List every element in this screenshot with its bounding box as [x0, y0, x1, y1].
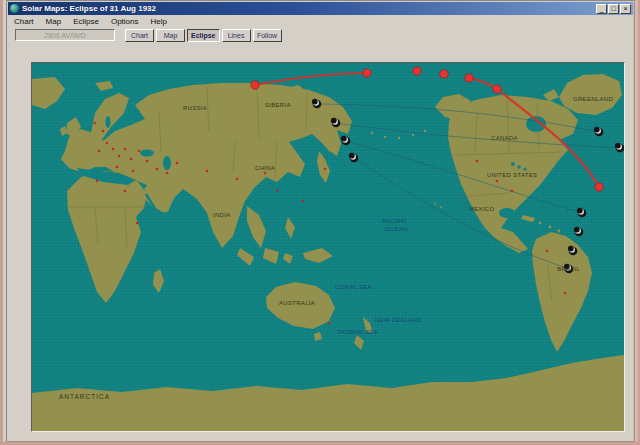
map-label: CORAL SEA	[335, 284, 372, 290]
map-label: PACIFIC	[382, 218, 408, 224]
city-dot	[146, 160, 149, 163]
city-dot	[511, 190, 514, 193]
city-dot	[328, 322, 331, 325]
eclipse-point	[363, 69, 371, 77]
city-dot	[96, 180, 99, 183]
map-label: BRAZIL	[557, 266, 580, 272]
city-dot	[324, 168, 327, 171]
maximize-button[interactable]: □	[608, 4, 619, 14]
toolbar-buttons: Chart Map Eclipse Lines Follow	[125, 29, 284, 42]
map-canvas: GREENLANDCANADAUNITED STATESMEXICOBRAZIL…	[32, 63, 624, 431]
city-dot	[136, 222, 139, 225]
map-label: UNITED STATES	[487, 172, 537, 178]
city-dot	[98, 150, 101, 153]
map-label: SIBERIA	[265, 102, 291, 108]
map-label: CHINA	[255, 165, 275, 171]
menu-help[interactable]: Help	[145, 17, 173, 26]
eclipse-point	[493, 85, 501, 93]
window-title: Solar Maps: Eclipse of 31 Aug 1932	[22, 4, 595, 13]
map-label: RUSSIA	[183, 105, 207, 111]
city-dot	[112, 148, 115, 151]
app-icon	[10, 4, 19, 13]
menu-eclipse[interactable]: Eclipse	[67, 17, 105, 26]
city-dot	[276, 190, 279, 193]
city-dot	[302, 200, 305, 203]
menu-map[interactable]: Map	[40, 17, 68, 26]
map-label: TASMAN SEA	[337, 329, 378, 335]
city-dot	[476, 160, 479, 163]
city-dot	[564, 292, 567, 295]
map-label: NEW ZEALAND	[375, 317, 422, 323]
map-label: INDIA	[213, 212, 231, 218]
city-dot	[156, 168, 159, 171]
city-dot	[116, 166, 119, 169]
map-label: MEXICO	[469, 206, 495, 212]
map-label: OCEAN	[385, 226, 408, 232]
city-dot	[102, 130, 105, 133]
toolbar-button-follow[interactable]: Follow	[253, 29, 282, 42]
minimize-button[interactable]: _	[596, 4, 607, 14]
world-map[interactable]: GREENLANDCANADAUNITED STATESMEXICOBRAZIL…	[31, 62, 625, 432]
city-dot	[206, 170, 209, 173]
city-dot	[124, 148, 127, 151]
toolbar-button-map[interactable]: Map	[156, 29, 185, 42]
toolbar-button-chart[interactable]: Chart	[125, 29, 154, 42]
menu-options[interactable]: Options	[105, 17, 145, 26]
title-bar: Solar Maps: Eclipse of 31 Aug 1932 _ □ ×	[8, 2, 633, 15]
map-label: CANADA	[491, 135, 518, 141]
map-label: GREENLAND	[573, 96, 613, 102]
map-label: AUSTRALIA	[279, 300, 315, 306]
city-dot	[130, 158, 133, 161]
menu-bar: Chart Map Eclipse Options Help	[8, 16, 633, 27]
close-button[interactable]: ×	[620, 4, 631, 14]
city-dot	[496, 180, 499, 183]
city-dot	[132, 170, 135, 173]
city-dot	[138, 150, 141, 153]
city-dot	[94, 122, 97, 125]
map-label: ANTARCTICA	[59, 393, 110, 400]
eclipse-point	[465, 74, 473, 82]
window-frame: Solar Maps: Eclipse of 31 Aug 1932 _ □ ×…	[6, 0, 635, 442]
eclipse-point	[413, 67, 421, 75]
toolbar-button-lines[interactable]: Lines	[222, 29, 251, 42]
city-dot	[546, 250, 549, 253]
city-dot	[176, 162, 179, 165]
city-dot	[118, 155, 121, 158]
menu-chart[interactable]: Chart	[8, 17, 40, 26]
city-dot	[124, 190, 127, 193]
eclipse-point	[440, 70, 448, 78]
city-dot	[236, 178, 239, 181]
date-field[interactable]	[15, 29, 115, 41]
city-dot	[264, 172, 267, 175]
toolbar: Chart Map Eclipse Lines Follow	[8, 27, 633, 43]
eclipse-point	[251, 81, 259, 89]
app-window: Solar Maps: Eclipse of 31 Aug 1932 _ □ ×…	[0, 0, 640, 445]
city-dot	[106, 142, 109, 145]
eclipse-point	[595, 183, 603, 191]
city-dot	[166, 172, 169, 175]
toolbar-button-eclipse[interactable]: Eclipse	[187, 29, 220, 42]
